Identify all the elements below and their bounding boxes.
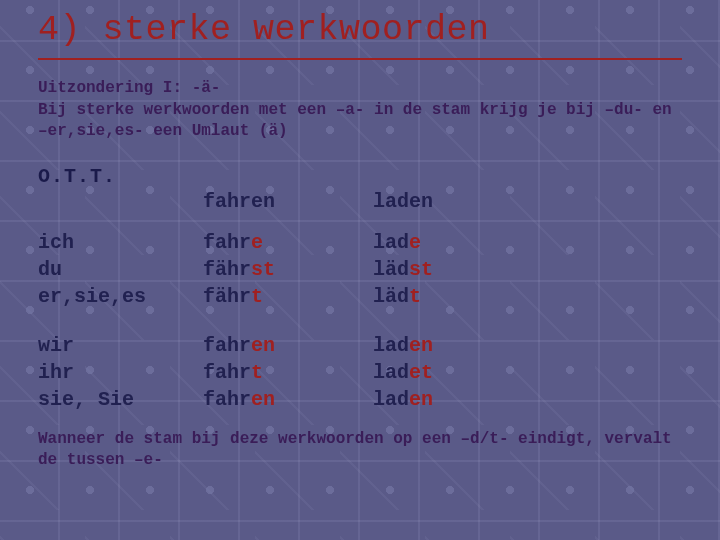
verb2-cell: laden [373, 332, 433, 359]
pronoun-cell: ich [38, 229, 203, 256]
verb1-cell: fahren [203, 332, 373, 359]
pronoun-cell: sie, Sie [38, 386, 203, 413]
header-verb-2: laden [373, 188, 433, 229]
table-row: wir fahren laden [38, 332, 433, 359]
table-gap [38, 310, 433, 332]
slide-title: 4) sterke werkwoorden [38, 10, 682, 60]
stem: lad [373, 388, 409, 411]
stem: fahr [203, 361, 251, 384]
ending: t [409, 285, 421, 308]
verb2-cell: lädst [373, 256, 433, 283]
stem: fähr [203, 258, 251, 281]
table-row: ihr fahrt ladet [38, 359, 433, 386]
intro-line-1: Uitzondering I: -ä- [38, 78, 682, 100]
intro-line-2: Bij sterke werkwoorden met een –a- in de… [38, 100, 682, 143]
pronoun-cell: er,sie,es [38, 283, 203, 310]
verb1-cell: fahrt [203, 359, 373, 386]
ending: et [409, 361, 433, 384]
ending: e [409, 231, 421, 254]
table-header-row: fahren laden [38, 188, 433, 229]
stem: fahr [203, 388, 251, 411]
header-pronoun [38, 188, 203, 229]
stem: lad [373, 231, 409, 254]
tense-label: O.T.T. [38, 165, 682, 188]
stem: läd [373, 258, 409, 281]
verb2-cell: lädt [373, 283, 433, 310]
header-verb-1: fahren [203, 188, 373, 229]
ending: en [409, 334, 433, 357]
verb2-cell: laden [373, 386, 433, 413]
pronoun-cell: ihr [38, 359, 203, 386]
stem: läd [373, 285, 409, 308]
ending: st [251, 258, 275, 281]
stem: lad [373, 361, 409, 384]
stem: fähr [203, 285, 251, 308]
pronoun-cell: du [38, 256, 203, 283]
ending: t [251, 285, 263, 308]
stem: fahr [203, 231, 251, 254]
table-row: er,sie,es fährt lädt [38, 283, 433, 310]
stem: fahr [203, 334, 251, 357]
table-row: du fährst lädst [38, 256, 433, 283]
verb1-cell: fahre [203, 229, 373, 256]
conjugation-table: fahren laden ich fahre lade du fährst lä… [38, 188, 433, 413]
intro-text: Uitzondering I: -ä- Bij sterke werkwoord… [38, 78, 682, 143]
table-row: ich fahre lade [38, 229, 433, 256]
verb1-cell: fährt [203, 283, 373, 310]
table-row: sie, Sie fahren laden [38, 386, 433, 413]
verb2-cell: lade [373, 229, 433, 256]
footer-note: Wanneer de stam bij deze werkwoorden op … [38, 429, 682, 472]
ending: en [251, 388, 275, 411]
ending: en [409, 388, 433, 411]
ending: st [409, 258, 433, 281]
ending: e [251, 231, 263, 254]
stem: lad [373, 334, 409, 357]
verb2-cell: ladet [373, 359, 433, 386]
ending: t [251, 361, 263, 384]
ending: en [251, 334, 275, 357]
verb1-cell: fährst [203, 256, 373, 283]
pronoun-cell: wir [38, 332, 203, 359]
verb1-cell: fahren [203, 386, 373, 413]
